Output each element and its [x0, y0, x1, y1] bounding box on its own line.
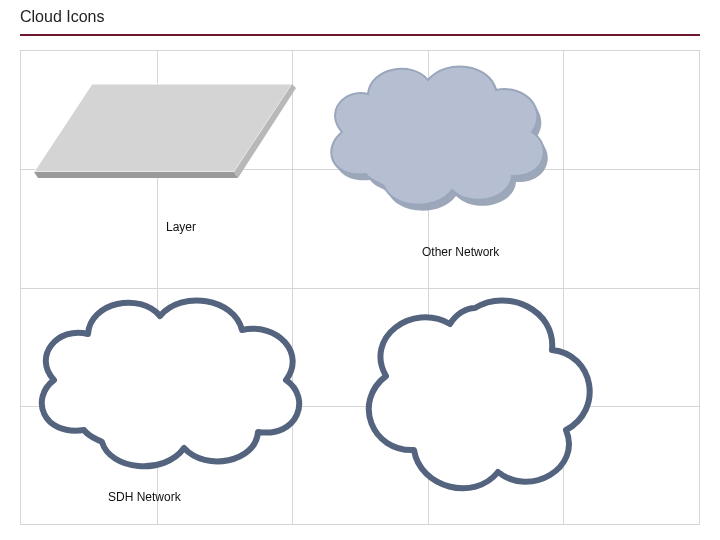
- cloud-filled-icon: [320, 54, 560, 224]
- other-network-icon: [320, 54, 560, 224]
- slide: Cloud Icons Layer Other Network: [0, 0, 720, 540]
- svg-marker-1: [34, 172, 238, 178]
- layer-label: Layer: [166, 220, 196, 234]
- slide-title: Cloud Icons: [20, 8, 105, 26]
- title-rule: [20, 34, 700, 36]
- parallelogram-icon: [28, 78, 298, 188]
- sdh-network-icon: [30, 290, 310, 480]
- sdh-network-label: SDH Network: [108, 490, 181, 504]
- cloud-outline-icon: [30, 290, 310, 480]
- cloud-6lobe-outline-icon: [350, 292, 600, 492]
- cloud-6lobe-icon: [350, 292, 600, 492]
- svg-marker-0: [34, 84, 292, 172]
- layer-icon: [28, 78, 298, 188]
- other-network-label: Other Network: [422, 245, 499, 259]
